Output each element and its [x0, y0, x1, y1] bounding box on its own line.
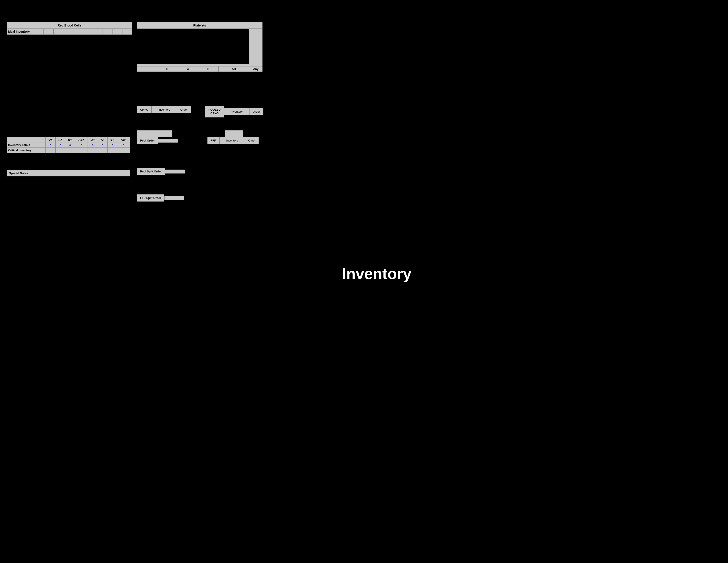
special-notes-section: Special Notes	[7, 170, 130, 176]
inv-totals-val-aeq[interactable]: o	[98, 142, 107, 148]
critical-val-abplus[interactable]	[75, 148, 88, 153]
platelets-label-empty1	[137, 66, 147, 72]
pedi-split-section: Pedi Split Order	[137, 168, 185, 175]
inv-col-bplus: B+	[65, 137, 75, 142]
pooled-cryo-inventory[interactable]: Inventory	[224, 108, 249, 115]
cryo-label: CRYO	[137, 106, 152, 113]
pedi-order-value[interactable]	[158, 139, 178, 143]
cryo-section: CRYO Inventory Order	[137, 106, 191, 113]
inv-totals-val-bplus[interactable]: o	[65, 142, 75, 148]
inv-col-oeq: O=	[88, 137, 98, 142]
inv-col-abplus: AB+	[75, 137, 88, 142]
rbc-col6[interactable]	[83, 29, 93, 35]
rbc-title: Red Blood Cells	[7, 22, 132, 29]
ffp-input-top[interactable]	[225, 130, 243, 137]
platelets-black-area	[137, 29, 249, 64]
critical-val-oplus[interactable]	[45, 148, 55, 153]
ffp-section: FFP Inventory Order	[207, 137, 259, 144]
platelets-label-b: B	[198, 66, 218, 72]
inv-totals-val-abplus[interactable]: o	[75, 142, 88, 148]
critical-inv-label: Critical Inventory	[7, 148, 46, 153]
rbc-col2[interactable]	[44, 29, 54, 35]
rbc-col1[interactable]	[34, 29, 44, 35]
rbc-col8[interactable]	[103, 29, 113, 35]
rbc-col10[interactable]	[122, 29, 132, 35]
critical-val-oeq[interactable]	[88, 148, 98, 153]
ffp-inventory[interactable]: Inventory	[220, 137, 245, 144]
cryo-order[interactable]: Order	[177, 106, 191, 113]
platelets-side-col	[249, 29, 263, 66]
inv-totals-val-beq[interactable]: o	[107, 142, 117, 148]
pedi-gray-box1[interactable]	[137, 130, 172, 137]
critical-val-abeq[interactable]	[117, 148, 130, 153]
rbc-col3[interactable]	[53, 29, 63, 35]
ffp-split-value[interactable]	[164, 196, 184, 200]
inv-totals-val-abeq[interactable]: o	[117, 142, 130, 148]
pooled-cryo-order[interactable]: Order	[249, 108, 263, 115]
inv-col-aplus: A+	[55, 137, 65, 142]
critical-val-aeq[interactable]	[98, 148, 107, 153]
rbc-ideal-inventory-label: Ideal Inventory	[7, 29, 34, 35]
pedi-order-label: Pedi Order	[137, 137, 158, 144]
pedi-split-value[interactable]	[165, 169, 185, 173]
ffp-label: FFP	[207, 137, 220, 144]
inv-totals-row: Inventory Totals o o o o o o o o	[7, 142, 130, 148]
inv-col-beq: B=	[107, 137, 117, 142]
inv-totals-val-aplus[interactable]: o	[55, 142, 65, 148]
platelets-label-any: Any	[249, 66, 263, 72]
inv-col-abeq: AB=	[117, 137, 130, 142]
inventory-large-label: Inventory	[342, 265, 411, 283]
platelets-label-empty2	[147, 66, 157, 72]
inv-col-aeq: A=	[98, 137, 107, 142]
rbc-col9[interactable]	[113, 29, 122, 35]
rbc-col7[interactable]	[93, 29, 103, 35]
platelets-title: Platelets	[137, 22, 263, 29]
platelets-spacer	[137, 64, 249, 66]
inv-totals-val-oeq[interactable]: o	[88, 142, 98, 148]
ffp-split-label: FFP Split Order	[137, 194, 164, 201]
pedi-order-section: Pedi Order	[137, 137, 178, 144]
platelets-section: Platelets O A B AB Any	[137, 22, 263, 72]
rbc-col4[interactable]	[63, 29, 73, 35]
inv-totals-section: O+ A+ B+ AB+ O= A= B= AB= Inventory Tota…	[7, 137, 130, 153]
inv-totals-label: Inventory Totals	[7, 142, 46, 148]
rbc-section: Red Blood Cells Ideal Inventory	[7, 22, 132, 35]
critical-val-bplus[interactable]	[65, 148, 75, 153]
inv-col-oplus: O+	[45, 137, 55, 142]
pedi-input1[interactable]	[137, 130, 172, 137]
pooled-cryo-label: POOLED CRYO	[205, 106, 224, 117]
critical-val-beq[interactable]	[107, 148, 117, 153]
critical-val-aplus[interactable]	[55, 148, 65, 153]
platelets-label-a: A	[178, 66, 198, 72]
cryo-inventory[interactable]: Inventory	[152, 106, 177, 113]
pedi-split-label: Pedi Split Order	[137, 168, 165, 175]
special-notes-label[interactable]: Special Notes	[7, 170, 130, 176]
critical-inv-row: Critical Inventory	[7, 148, 130, 153]
rbc-col5[interactable]	[73, 29, 83, 35]
platelets-label-o: O	[157, 66, 178, 72]
ffp-split-section: FFP Split Order	[137, 194, 184, 201]
inv-col-empty	[7, 137, 46, 142]
pooled-cryo-section: POOLED CRYO Inventory Order	[205, 106, 263, 117]
ffp-gray-box-top[interactable]	[225, 130, 243, 137]
inv-totals-val-oplus[interactable]: o	[45, 142, 55, 148]
platelets-label-ab: AB	[218, 66, 249, 72]
ffp-order[interactable]: Order	[245, 137, 259, 144]
